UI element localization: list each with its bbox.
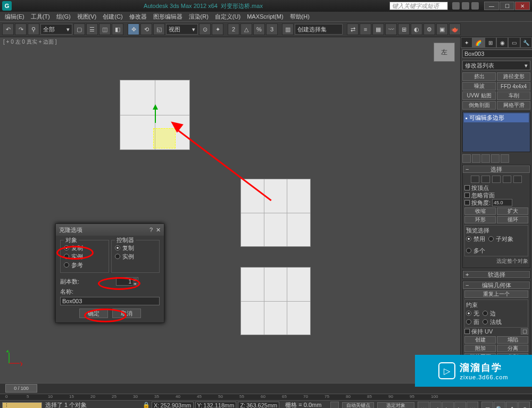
mod-noise[interactable]: 噪波	[462, 82, 496, 90]
align-button[interactable]: ≡	[360, 23, 371, 35]
next-frame-button[interactable]: ▶	[454, 402, 466, 408]
snap-toggle[interactable]: 2	[228, 23, 239, 35]
radio-ctrl-copy[interactable]: 复制	[115, 244, 156, 252]
select-button[interactable]: ▢	[73, 23, 85, 35]
detach-button[interactable]: 分离	[497, 345, 528, 352]
rollout-editgeom-header[interactable]: −编辑几何体	[463, 281, 530, 289]
tab-create[interactable]: ✦	[461, 37, 472, 48]
dialog-close-button[interactable]: ✕	[156, 227, 161, 234]
viewport-label[interactable]: [ + 0 左 0 真实 + 边面 ]	[3, 38, 57, 46]
render-setup-button[interactable]: ⚙	[423, 23, 435, 35]
mod-lathe[interactable]: 车削	[497, 91, 530, 100]
constrain-face[interactable]: 面	[466, 318, 479, 326]
curve-editor-button[interactable]: 〰	[385, 23, 397, 35]
constrain-edge[interactable]: 边	[483, 309, 496, 318]
menu-tools[interactable]: 工具(T)	[28, 13, 53, 21]
rotate-button[interactable]: ⟲	[140, 23, 152, 35]
menu-customize[interactable]: 自定义(U)	[212, 13, 243, 21]
lock-icon[interactable]: 🔒	[143, 402, 150, 408]
create-button[interactable]: 创建	[464, 336, 496, 344]
maxscript-mini-button[interactable]: ⋮	[2, 402, 42, 409]
key-filter-selected[interactable]: 选定对象	[377, 402, 414, 409]
auto-key-button[interactable]: 自动关键点	[342, 402, 374, 409]
view-cube[interactable]: 左	[434, 43, 455, 62]
tab-utilities[interactable]: 🔧	[520, 37, 532, 48]
gizmo-y-axis[interactable]	[155, 107, 156, 123]
subobj-vertex[interactable]	[471, 176, 479, 183]
attach-button[interactable]: 附加	[464, 345, 496, 352]
repeat-last-button[interactable]: 重复上一个	[464, 290, 528, 298]
object-box-top[interactable]	[120, 80, 190, 150]
collapse-button[interactable]: 塌陷	[497, 336, 528, 344]
menu-modifiers[interactable]: 修改器	[127, 13, 149, 21]
menu-views[interactable]: 视图(V)	[74, 13, 99, 21]
angle-snap-toggle[interactable]: △	[240, 23, 252, 35]
mod-uvw[interactable]: UVW 贴图	[462, 91, 496, 100]
select-region-button[interactable]: ◫	[99, 23, 111, 35]
viewport-nav-3[interactable]: ✥	[506, 402, 518, 408]
move-button[interactable]: ✥	[128, 23, 139, 35]
dialog-titlebar[interactable]: 克隆选项 ? ✕	[56, 224, 164, 236]
radio-copy[interactable]: 复制	[64, 244, 105, 252]
preview-subobj-radio[interactable]: 子对象	[488, 235, 513, 243]
constrain-normal[interactable]: 法线	[483, 318, 502, 326]
mirror-button[interactable]: ⇄	[347, 23, 359, 35]
menu-edit[interactable]: 编辑(E)	[2, 13, 27, 21]
constrain-none[interactable]: 无	[466, 309, 479, 318]
subobj-border[interactable]	[492, 176, 501, 183]
cancel-button[interactable]: 取消	[112, 309, 141, 318]
tab-hierarchy[interactable]: ⊞	[485, 37, 496, 48]
remove-modifier-button[interactable]	[491, 154, 500, 163]
goto-start-button[interactable]: ⏮	[418, 402, 429, 408]
y-coord[interactable]: Y:132.118mm	[195, 402, 237, 409]
undo-button[interactable]: ↶	[2, 23, 14, 35]
object-box-mid[interactable]	[240, 179, 311, 247]
dialog-help-button[interactable]: ?	[149, 227, 153, 234]
help-search[interactable]: 键入关键字或短语	[389, 2, 448, 10]
maximize-button[interactable]: ☐	[500, 2, 514, 10]
x-coord[interactable]: X:252.903mm	[152, 402, 194, 409]
prev-frame-button[interactable]: ◀	[430, 402, 442, 408]
scale-button[interactable]: ◱	[153, 23, 165, 35]
set-key-large-button[interactable]	[330, 402, 339, 408]
menu-group[interactable]: 组(G)	[54, 13, 73, 21]
config-modifier-sets-button[interactable]	[501, 154, 509, 163]
grow-button[interactable]: 扩大	[497, 207, 528, 215]
named-selset-button[interactable]: ▥	[282, 23, 294, 35]
viewport[interactable]: [ + 0 左 0 真实 + 边面 ] 左 克隆选项	[0, 37, 460, 383]
manip-button[interactable]: ✦	[212, 23, 223, 35]
mod-extrude[interactable]: 挤出	[462, 72, 496, 81]
ring-button[interactable]: 环形	[464, 216, 496, 223]
tab-display[interactable]: ▭	[508, 37, 520, 48]
close-button[interactable]: ✕	[515, 2, 530, 10]
loop-button[interactable]: 循环	[497, 216, 528, 223]
menu-grapheditors[interactable]: 图形编辑器	[151, 13, 185, 21]
menu-maxscript[interactable]: MAXScript(M)	[244, 13, 286, 20]
rollout-selection-header[interactable]: −选择	[463, 165, 530, 173]
time-slider[interactable]: 0 / 100	[5, 384, 37, 393]
pin-stack-button[interactable]	[462, 154, 471, 163]
z-coord[interactable]: Z:363.625mm	[238, 402, 279, 409]
copies-spinner[interactable]: ▲▼	[116, 277, 138, 286]
viewport-nav-4[interactable]: ⟲	[518, 402, 530, 408]
mod-pathdeform[interactable]: 路径变形	[497, 72, 530, 81]
make-unique-button[interactable]	[481, 154, 490, 163]
radio-ctrl-instance[interactable]: 实例	[115, 252, 156, 261]
minimize-button[interactable]: —	[484, 2, 499, 10]
select-name-button[interactable]: ☰	[86, 23, 98, 35]
ignore-backfacing-check[interactable]: 忽略背面	[464, 191, 528, 199]
layer-button[interactable]: ▦	[372, 23, 384, 35]
viewport-nav-1[interactable]: ⊞	[481, 402, 493, 408]
render-button[interactable]: 🫖	[449, 23, 461, 35]
mod-meshsmooth[interactable]: 网格平滑	[497, 101, 530, 110]
subobj-polygon[interactable]	[503, 176, 511, 183]
refcoord-dropdown[interactable]: 视图▾	[166, 24, 198, 35]
viewport-nav-2[interactable]: 🔍	[494, 402, 505, 408]
rollout-softsel-header[interactable]: +软选择	[463, 271, 530, 278]
stack-item-editable-poly[interactable]: ▪可编辑多边形	[464, 113, 529, 122]
redo-button[interactable]: ↷	[15, 23, 27, 35]
modifier-list-dropdown[interactable]: 修改器列表▾	[462, 61, 530, 70]
infocenter-icon[interactable]	[452, 2, 460, 10]
ok-button[interactable]: 确定	[79, 309, 108, 318]
mod-bevelprofile[interactable]: 倒角剖面	[462, 101, 496, 110]
